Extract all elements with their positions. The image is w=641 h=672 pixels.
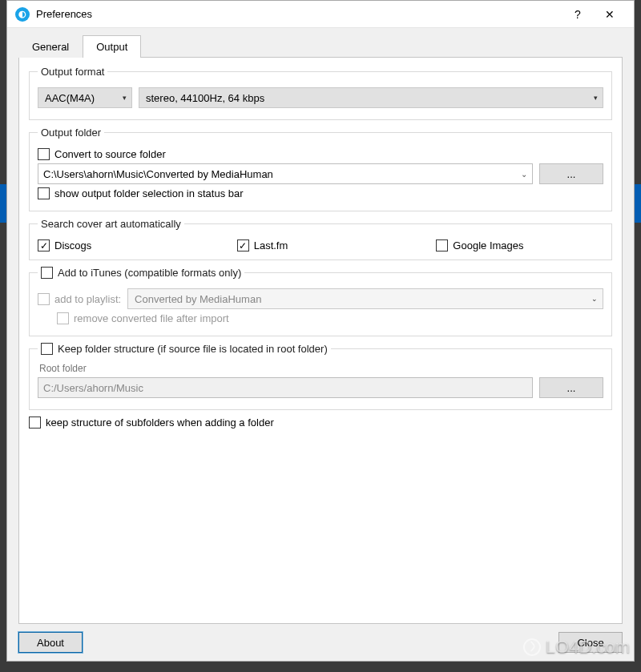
output-path-field[interactable]: C:\Users\ahorn\Music\Converted by MediaH… — [38, 163, 533, 184]
close-window-button[interactable]: ✕ — [594, 3, 626, 26]
about-button[interactable]: About — [18, 632, 83, 653]
titlebar: ◐ Preferences ? ✕ — [7, 1, 634, 28]
chk-google-images-label: Google Images — [453, 239, 523, 251]
preferences-window: ◐ Preferences ? ✕ General Output Output … — [6, 0, 635, 662]
checkbox-icon — [436, 239, 448, 251]
checkbox-icon — [38, 148, 50, 160]
close-button[interactable]: Close — [558, 632, 623, 653]
browse-output-folder-button[interactable]: ... — [539, 163, 603, 184]
tabstrip: General Output — [7, 28, 634, 57]
legend-output-folder: Output folder — [38, 127, 104, 139]
chk-lastfm-label: Last.fm — [254, 239, 288, 251]
chk-remove-after-import-label: remove converted file after import — [74, 312, 229, 324]
playlist-dropdown: Converted by MediaHuman ⌄ — [127, 288, 603, 309]
checkbox-icon — [38, 239, 50, 251]
checkbox-icon — [41, 343, 53, 355]
chk-convert-to-source-label: Convert to source folder — [54, 148, 166, 160]
chevron-down-icon: ▾ — [594, 94, 598, 102]
browse-root-folder-button[interactable]: ... — [539, 377, 603, 398]
chk-add-to-itunes-label: Add to iTunes (compatible formats only) — [58, 267, 241, 279]
chk-discogs-label: Discogs — [54, 239, 91, 251]
output-path-value: C:\Users\ahorn\Music\Converted by MediaH… — [43, 168, 273, 180]
dialog-footer: About Close — [7, 624, 634, 661]
tab-output[interactable]: Output — [83, 35, 141, 58]
chk-convert-to-source[interactable]: Convert to source folder — [38, 148, 166, 160]
quality-dropdown-value: stereo, 44100Hz, 64 kbps — [146, 92, 264, 104]
help-icon: ? — [574, 8, 581, 21]
chk-add-to-playlist-label: add to playlist: — [54, 293, 121, 305]
window-title: Preferences — [36, 8, 562, 20]
chk-show-in-statusbar[interactable]: show output folder selection in status b… — [38, 187, 244, 199]
legend-cover-art: Search cover art automatically — [38, 218, 184, 230]
group-output-folder: Output folder Convert to source folder C… — [29, 127, 612, 211]
quality-dropdown[interactable]: stereo, 44100Hz, 64 kbps ▾ — [139, 87, 603, 108]
chk-keep-folder-structure-label: Keep folder structure (if source file is… — [58, 343, 328, 355]
group-output-format: Output format AAC(M4A) ▾ stereo, 44100Hz… — [29, 66, 612, 120]
chk-google-images[interactable]: Google Images — [436, 239, 603, 251]
checkbox-icon — [38, 293, 50, 305]
chk-discogs[interactable]: Discogs — [38, 239, 205, 251]
group-folder-structure: Keep folder structure (if source file is… — [29, 343, 612, 410]
chk-show-in-statusbar-label: show output folder selection in status b… — [54, 187, 244, 199]
checkbox-icon — [29, 416, 41, 429]
root-folder-value: C:/Users/ahorn/Music — [43, 382, 143, 394]
chk-lastfm[interactable]: Last.fm — [237, 239, 405, 251]
playlist-dropdown-value: Converted by MediaHuman — [135, 293, 261, 305]
tab-general[interactable]: General — [18, 35, 83, 58]
codec-dropdown[interactable]: AAC(M4A) ▾ — [38, 87, 132, 108]
codec-dropdown-value: AAC(M4A) — [45, 92, 95, 104]
chk-keep-folder-structure[interactable]: Keep folder structure (if source file is… — [38, 343, 331, 355]
root-folder-field: C:/Users/ahorn/Music — [38, 377, 533, 398]
client-area: General Output Output format AAC(M4A) ▾ … — [7, 28, 634, 661]
chevron-down-icon: ⌄ — [521, 170, 527, 179]
chk-remove-after-import: remove converted file after import — [57, 312, 229, 324]
tab-panel-output: Output format AAC(M4A) ▾ stereo, 44100Hz… — [18, 57, 623, 624]
chk-add-to-itunes[interactable]: Add to iTunes (compatible formats only) — [38, 267, 244, 279]
checkbox-icon — [237, 239, 249, 251]
checkbox-icon — [57, 312, 69, 324]
root-folder-label: Root folder — [39, 363, 603, 374]
chk-keep-subfolders[interactable]: keep structure of subfolders when adding… — [29, 416, 274, 429]
group-cover-art: Search cover art automatically Discogs L… — [29, 218, 612, 260]
help-button[interactable]: ? — [562, 3, 594, 26]
chk-add-to-playlist: add to playlist: — [38, 293, 121, 305]
legend-output-format: Output format — [38, 66, 107, 78]
app-icon: ◐ — [15, 7, 30, 22]
chevron-down-icon: ⌄ — [591, 295, 598, 303]
checkbox-icon — [38, 187, 50, 199]
chevron-down-icon: ▾ — [123, 94, 127, 102]
chk-keep-subfolders-label: keep structure of subfolders when adding… — [46, 416, 274, 429]
group-itunes: Add to iTunes (compatible formats only) … — [29, 267, 612, 336]
checkbox-icon — [41, 267, 53, 279]
close-icon: ✕ — [605, 8, 615, 21]
